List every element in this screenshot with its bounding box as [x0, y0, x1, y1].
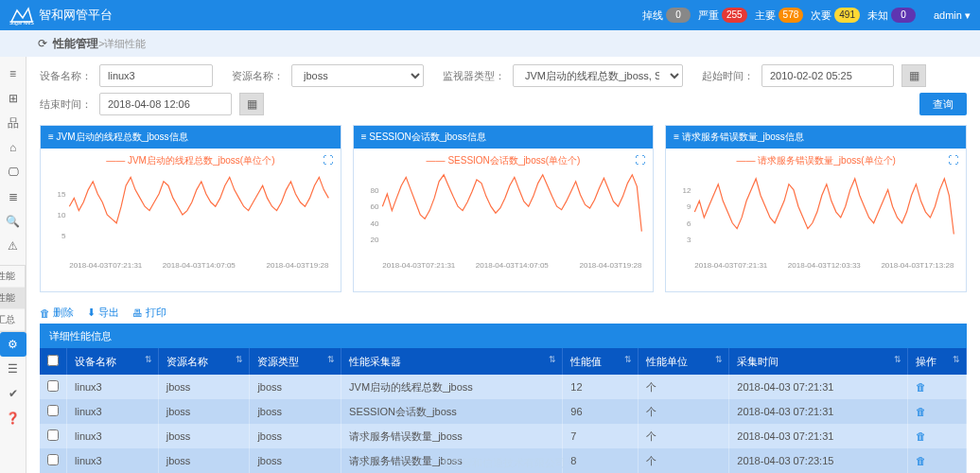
charts-row: ≡ JVM启动的线程总数_jboss信息JVM启动的线程总数_jboss(单位个…: [40, 125, 967, 292]
chart-svg: 204060802018-04-03T07:21:312018-04-03T14…: [359, 169, 648, 283]
sub-sidebar-item[interactable]: 性能汇总: [0, 309, 25, 331]
print-button[interactable]: 🖶 打印: [132, 306, 166, 320]
resource-select[interactable]: jboss: [291, 64, 424, 87]
montype-select[interactable]: JVM启动的线程总数_jboss, SE...: [513, 64, 683, 87]
device-input[interactable]: [99, 64, 213, 87]
chart-title: ≡ SESSION会话数_jboss信息: [354, 126, 654, 149]
sub-sidebar: 实时性能详细性能性能汇总: [0, 265, 26, 332]
filter-bar: 设备名称： 资源名称： jboss 监视器类型： JVM启动的线程总数_jbos…: [40, 64, 967, 87]
svg-text:5: 5: [61, 232, 66, 240]
table-row[interactable]: linux3jbossjboss请求服务错误数量_jboss8个2018-04-…: [40, 448, 967, 473]
svg-text:2018-04-03T14:07:05: 2018-04-03T14:07:05: [476, 261, 550, 270]
data-table: 设备名称⇅资源名称⇅资源类型⇅性能采集器⇅性能值⇅性能单位⇅采集时间⇅操作⇅ l…: [40, 348, 967, 473]
status-掉线[interactable]: 掉线0: [642, 8, 691, 23]
svg-text:6: 6: [687, 219, 691, 228]
device-label: 设备名称：: [40, 69, 92, 83]
svg-text:2018-04-03T14:07:05: 2018-04-03T14:07:05: [163, 261, 236, 270]
sidebar-icon-3[interactable]: ⌂: [0, 135, 26, 160]
svg-text:12: 12: [683, 186, 691, 195]
start-calendar-icon[interactable]: ▦: [901, 64, 926, 87]
chart-svg: 510152018-04-03T07:21:312018-04-03T14:07…: [46, 169, 335, 283]
end-calendar-icon[interactable]: ▦: [239, 93, 264, 115]
logo: Sugar NMS 智和网管平台: [9, 5, 113, 26]
svg-text:20: 20: [370, 236, 378, 244]
table-row[interactable]: linux3jbossjbossJVM启动的线程总数_jboss12个2018-…: [40, 375, 967, 399]
row-checkbox[interactable]: [47, 380, 59, 392]
sidebar-icon-1[interactable]: ⊞: [0, 86, 26, 111]
svg-text:2018-04-03T12:03:33: 2018-04-03T12:03:33: [788, 261, 862, 270]
query-button[interactable]: 查询: [919, 93, 967, 115]
status-严重[interactable]: 严重255: [698, 8, 747, 23]
status-次要[interactable]: 次要491: [811, 8, 860, 23]
sidebar-icon-14[interactable]: ❓: [0, 406, 26, 430]
breadcrumb: ⟳ 性能管理 >详细性能: [0, 30, 980, 57]
brand-text: 智和网管平台: [39, 7, 113, 24]
col-header[interactable]: 采集时间⇅: [729, 348, 908, 375]
end-input[interactable]: [99, 93, 232, 115]
chart-title: ≡ JVM启动的线程总数_jboss信息: [41, 126, 341, 149]
table-row[interactable]: linux3jbossjboss请求服务错误数量_jboss7个2018-04-…: [40, 424, 967, 448]
chart-card: ≡ JVM启动的线程总数_jboss信息JVM启动的线程总数_jboss(单位个…: [40, 125, 341, 292]
sidebar-icon-5[interactable]: ≣: [0, 184, 26, 209]
svg-text:10: 10: [57, 211, 65, 219]
sub-sidebar-item[interactable]: 详细性能: [0, 288, 25, 309]
table-toolbar: 🗑 删除 ⬇ 导出 🖶 打印: [40, 302, 967, 324]
sidebar-icon-2[interactable]: 品: [0, 111, 26, 135]
svg-text:3: 3: [687, 236, 691, 244]
delete-row-icon[interactable]: 🗑: [916, 455, 926, 466]
user-menu[interactable]: admin ▾: [934, 9, 971, 22]
start-label: 起始时间：: [702, 69, 754, 83]
sidebar-icon-0[interactable]: ≡: [0, 61, 26, 86]
topbar: Sugar NMS 智和网管平台 掉线0严重255主要578次要491未知0 a…: [0, 0, 980, 30]
col-header[interactable]: 操作⇅: [908, 348, 967, 375]
status-主要[interactable]: 主要578: [755, 8, 804, 23]
svg-text:60: 60: [370, 202, 378, 211]
delete-row-icon[interactable]: 🗑: [916, 430, 926, 442]
svg-text:2018-04-03T19:28: 2018-04-03T19:28: [267, 261, 329, 270]
svg-text:15: 15: [57, 190, 65, 199]
start-input[interactable]: [761, 64, 894, 87]
chart-legend: SESSION会话数_jboss(单位个): [359, 154, 648, 167]
col-header[interactable]: [40, 348, 67, 375]
col-header[interactable]: 性能值⇅: [563, 348, 638, 375]
main-content: 设备名称： 资源名称： jboss 监视器类型： JVM启动的线程总数_jbos…: [26, 57, 980, 473]
table-row[interactable]: linux3jbossjbossSESSION会话数_jboss96个2018-…: [40, 399, 967, 424]
expand-icon[interactable]: ⛶: [948, 154, 958, 166]
export-button[interactable]: ⬇ 导出: [87, 306, 119, 320]
col-header[interactable]: 性能单位⇅: [638, 348, 729, 375]
col-header[interactable]: 设备名称⇅: [67, 348, 159, 375]
status-未知[interactable]: 未知0: [867, 8, 916, 23]
sidebar-icon-13[interactable]: ✔: [0, 381, 26, 406]
row-checkbox[interactable]: [47, 454, 59, 465]
col-header[interactable]: 性能采集器⇅: [341, 348, 563, 375]
status-badges: 掉线0严重255主要578次要491未知0: [639, 8, 919, 23]
svg-text:9: 9: [687, 202, 691, 211]
svg-text:2018-04-03T19:28: 2018-04-03T19:28: [579, 261, 641, 270]
delete-button[interactable]: 🗑 删除: [40, 306, 74, 320]
sidebar-icon-6[interactable]: 🔍: [0, 209, 26, 234]
montype-label: 监视器类型：: [443, 69, 505, 83]
delete-row-icon[interactable]: 🗑: [916, 381, 926, 393]
row-checkbox[interactable]: [47, 405, 59, 416]
sidebar-icon-12[interactable]: ☰: [0, 357, 26, 381]
sidebar-icon-4[interactable]: 🖵: [0, 160, 26, 184]
sub-sidebar-item[interactable]: 实时性能: [0, 266, 25, 288]
expand-icon[interactable]: ⛶: [323, 154, 333, 166]
svg-text:2018-04-03T07:21:31: 2018-04-03T07:21:31: [69, 261, 143, 270]
svg-text:2018-04-03T07:21:31: 2018-04-03T07:21:31: [695, 261, 769, 270]
col-header[interactable]: 资源类型⇅: [250, 348, 341, 375]
svg-text:Sugar NMS: Sugar NMS: [9, 20, 34, 26]
table-title: 详细性能信息: [40, 324, 967, 348]
svg-text:80: 80: [370, 186, 378, 195]
expand-icon[interactable]: ⛶: [635, 154, 645, 166]
chart-legend: 请求服务错误数量_jboss(单位个): [672, 154, 960, 167]
select-all-checkbox[interactable]: [47, 355, 59, 366]
sidebar-icon-11[interactable]: ⚙: [0, 332, 26, 357]
delete-row-icon[interactable]: 🗑: [916, 406, 926, 417]
sidebar-icon-7[interactable]: ⚠: [0, 234, 26, 258]
resource-label: 资源名称：: [232, 69, 284, 83]
sidebar: ≡⊞品⌂🖵≣🔍⚠✎🔧⛨⚙☰✔❓实时性能详细性能性能汇总: [0, 57, 26, 473]
col-header[interactable]: 资源名称⇅: [158, 348, 250, 375]
chart-card: ≡ 请求服务错误数量_jboss信息请求服务错误数量_jboss(单位个)⛶36…: [665, 125, 967, 292]
row-checkbox[interactable]: [47, 429, 59, 441]
